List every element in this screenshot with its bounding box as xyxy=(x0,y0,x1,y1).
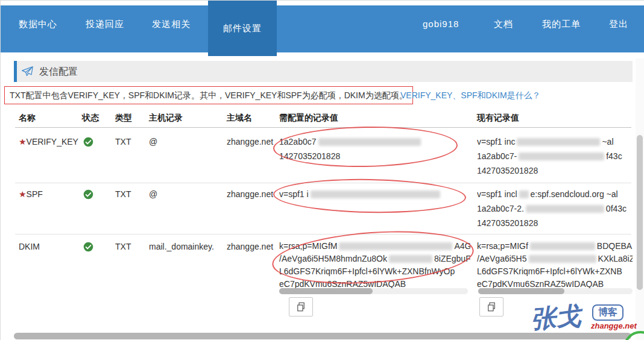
existing-value: v=spf1 incle:spf.sendcloud.org ~al 1a2ab… xyxy=(477,187,633,230)
existing-value: k=rsa;p=MIGfBDQEBA /AeVga6i5H5KXkLa8iZ L… xyxy=(477,240,633,291)
existing-hscrollbar-thumb[interactable] xyxy=(478,288,564,294)
config-hscrollbar-thumb[interactable] xyxy=(279,288,373,294)
redacted-text xyxy=(529,255,596,263)
status-badge xyxy=(83,241,93,252)
nav-username[interactable]: gobi918 xyxy=(423,1,459,48)
help-link[interactable]: VERIFY_KEY、SPF和DKIM是什么？ xyxy=(400,90,541,101)
page-title: 发信配置 xyxy=(39,66,78,78)
record-host: mail._domainkey. xyxy=(149,242,214,251)
status-badge xyxy=(83,188,93,200)
watermark-badge: 博客 xyxy=(592,304,623,321)
nav-item-logout[interactable]: 登出 xyxy=(609,1,628,48)
existing-hscrollbar-track[interactable] xyxy=(478,288,633,294)
col-header-domain: 主域名 xyxy=(227,113,252,124)
config-hscrollbar-track[interactable] xyxy=(279,288,468,294)
record-domain: zhangge.net xyxy=(227,242,273,251)
nav-item-data-center[interactable]: 数据中心 xyxy=(19,1,57,48)
sendcloud-settings-page: 数据中心 投递回应 发送相关 邮件设置 gobi918 文档 我的工单 登出 发… xyxy=(0,0,644,340)
record-host: @ xyxy=(149,137,157,146)
section-header: 发信配置 xyxy=(14,61,633,82)
col-header-type: 类型 xyxy=(115,113,132,124)
redacted-text xyxy=(519,153,604,160)
check-circle-icon xyxy=(83,189,93,200)
record-domain: zhangge.net xyxy=(227,137,273,146)
row-divider xyxy=(15,183,631,183)
redacted-text xyxy=(389,255,432,263)
record-name: ★SPF xyxy=(19,189,43,199)
redacted-text xyxy=(526,205,604,213)
record-type: TXT xyxy=(115,137,131,146)
check-circle-icon xyxy=(83,137,93,147)
redacted-text xyxy=(339,242,452,250)
col-header-host: 主机记录 xyxy=(149,113,183,124)
record-name: DKIM xyxy=(19,242,40,251)
copy-icon xyxy=(486,301,497,312)
required-star: ★ xyxy=(19,189,27,199)
check-circle-icon xyxy=(83,242,93,252)
vertical-scrollbar-thumb[interactable] xyxy=(637,135,643,290)
config-value: v=spf1 i xyxy=(279,187,470,201)
copy-icon xyxy=(295,301,306,312)
watermark-name: 张戈 xyxy=(529,299,582,336)
col-header-name: 名称 xyxy=(19,113,36,124)
header-divider xyxy=(15,127,631,128)
nav-item-mail-settings[interactable]: 邮件设置 xyxy=(208,1,277,56)
copy-config-button[interactable] xyxy=(289,297,313,316)
redacted-text xyxy=(311,190,440,198)
config-notice: TXT配置中包含VERIFY_KEY，SPF和DKIM记录。其中，VERIFY_… xyxy=(4,86,413,104)
config-value: 1a2ab0c7 1427035201828 xyxy=(279,134,470,163)
blog-watermark: 张戈 博客 zhangge.net xyxy=(531,301,639,337)
watermark-site: zhangge.net xyxy=(591,321,637,330)
record-domain: zhangge.net xyxy=(227,189,273,199)
record-type: TXT xyxy=(115,189,131,199)
record-type: TXT xyxy=(115,242,131,251)
status-badge xyxy=(83,136,93,147)
col-header-config: 需配置的记录值 xyxy=(279,113,338,124)
watermark-circle xyxy=(623,331,644,340)
record-name: ★VERIFY_KEY xyxy=(19,137,78,146)
copy-existing-button[interactable] xyxy=(479,297,504,316)
nav-item-delivery[interactable]: 投递回应 xyxy=(86,1,124,48)
nav-item-sending[interactable]: 发送相关 xyxy=(152,1,191,48)
required-star: ★ xyxy=(19,137,27,146)
nav-item-docs[interactable]: 文档 xyxy=(494,1,513,48)
col-header-existing: 现有记录值 xyxy=(477,113,519,124)
accent-bar xyxy=(14,61,17,82)
paper-plane-icon xyxy=(21,65,34,78)
existing-value: v=spf1 inc~al 1a2ab0c7-f43c 142703520182… xyxy=(477,134,633,178)
col-header-status: 状态 xyxy=(82,113,99,124)
redacted-text xyxy=(318,138,421,146)
redacted-text xyxy=(530,242,595,250)
record-host: @ xyxy=(149,189,157,199)
row-divider xyxy=(15,234,631,235)
redacted-text xyxy=(517,138,600,146)
nav-item-tickets[interactable]: 我的工单 xyxy=(542,1,581,48)
config-value: k=rsa;p=MIGfMA4G /AeVga6i5H5M8hmdnZu8Ok8… xyxy=(279,240,470,291)
redacted-text xyxy=(519,190,529,198)
